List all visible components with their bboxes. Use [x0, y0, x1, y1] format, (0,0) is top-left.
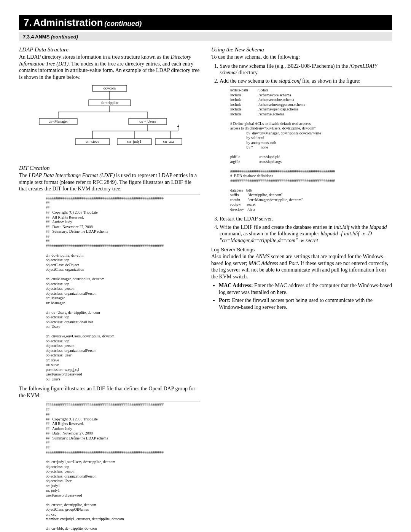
text: file, as shown in the figure: [301, 78, 360, 84]
step-1: Save the new schema file (e.g., B022-U08… [220, 63, 392, 76]
node-cn-judy1: cn=judy1 [127, 139, 142, 144]
text: with the [349, 224, 370, 230]
chapter-header: 7. Administration (continued) [19, 15, 392, 30]
ldapadd-em: ldapadd [370, 224, 387, 230]
section-title: ANMS [35, 34, 49, 40]
chapter-title: Administration [33, 17, 103, 28]
node-dc-tripplite: dc=tripplite [100, 101, 118, 105]
text: Enter the firewall access port being use… [219, 297, 373, 310]
ldif-group-code: ########################################… [46, 401, 200, 532]
text: and [278, 260, 288, 266]
schema-steps-list-2: Restart the LDAP server. Write the LDIF … [211, 216, 392, 244]
node-cn-manager: cn=Manager [48, 119, 68, 123]
right-column: Using the New Schema To use the new sche… [211, 45, 392, 532]
ldif-term: LDAP Data Interchange Format (LDIF) [29, 173, 115, 178]
step-2: Add the new schema to the slapd.conf fil… [220, 78, 392, 85]
text: Save the new schema file (e.g., B022-U08… [220, 63, 349, 69]
ldif-dit-code: ########################################… [46, 195, 200, 382]
mac-label: MAC Address: [219, 283, 253, 288]
node-dc-com: dc=com [103, 86, 116, 90]
using-schema-intro: To use the new schema, do the following: [211, 54, 392, 61]
section-number: 7.3.4 [23, 34, 34, 40]
chapter-continued: (continued) [104, 20, 142, 27]
init-ldif-em: init.ldif [334, 224, 349, 230]
ldap-ds-heading: LDAP Data Structure [19, 46, 200, 53]
using-schema-heading: Using the New Schema [211, 46, 392, 53]
slapd-conf-em: slapd.conf [279, 78, 301, 84]
ldif-group-intro: The following figure illustrates an LDIF… [19, 385, 200, 399]
text: Write the LDIF file and create the datab… [220, 224, 334, 230]
text: An LDAP directory stores information in … [19, 54, 170, 60]
log-server-bullets: MAC Address: Enter the MAC address of th… [211, 282, 392, 310]
node-cn-aaa: cn=aaa [163, 139, 174, 144]
dit-tree-diagram: dc=com dc=tripplite cn=Manager ou = User… [19, 83, 200, 160]
port-label: Port: [219, 297, 231, 303]
port-em: Port [288, 260, 298, 266]
step-4: Write the LDIF file and create the datab… [220, 224, 392, 244]
text: The [19, 173, 29, 178]
section-header: 7.3.4 ANMS (continued) [19, 32, 392, 41]
step-3: Restart the LDAP server. [220, 216, 392, 222]
mac-em: MAC Address [249, 260, 278, 266]
schema-steps-list: Save the new schema file (e.g., B022-U08… [211, 63, 392, 85]
text: command, as shown in the following examp… [220, 231, 320, 236]
log-server-para: Also included in the ANMS screen are set… [211, 253, 392, 280]
bullet-port: Port: Enter the firewall access port bei… [219, 297, 392, 310]
dit-creation-para: The LDAP Data Interchange Format (LDIF) … [19, 172, 200, 192]
anms-em: ANMS [256, 254, 270, 259]
text: Add the new schema to the [220, 78, 279, 84]
ldap-ds-para: An LDAP directory stores information in … [19, 54, 200, 80]
log-server-heading: Log Server Settings [211, 247, 392, 252]
left-column: LDAP Data Structure An LDAP directory st… [19, 45, 200, 532]
slapd-conf-code: ucdata-path ./ucdata include ./schema/co… [230, 86, 392, 212]
text: Also included in the [211, 254, 256, 259]
node-ou-users: ou = Users [139, 119, 156, 123]
section-continued: (continued) [51, 34, 78, 40]
bullet-mac: MAC Address: Enter the MAC address of th… [219, 282, 392, 296]
dit-creation-heading: DIT Creation [19, 165, 200, 171]
chapter-number: 7. [24, 17, 32, 28]
text: directory. [237, 70, 259, 75]
node-cn-steve: cn=steve [86, 139, 99, 144]
